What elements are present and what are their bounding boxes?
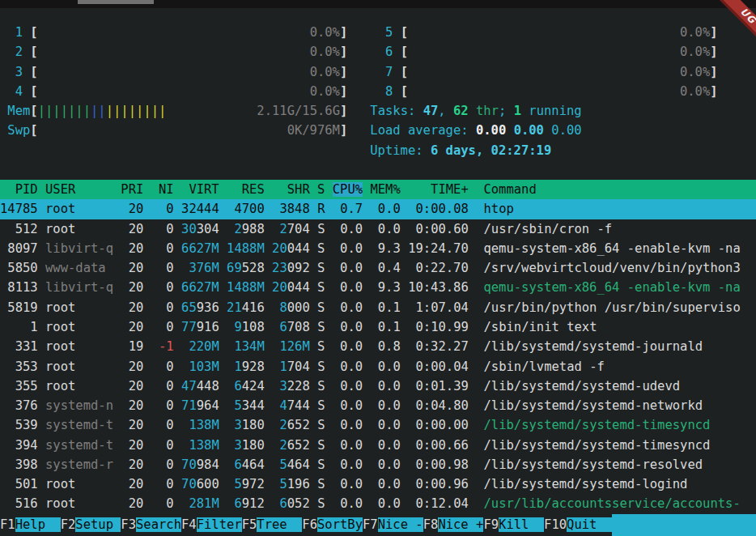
column-header-res[interactable]: RES <box>227 182 265 197</box>
cell-virt <box>181 339 189 354</box>
cell-time: 0:00.08 <box>408 202 469 216</box>
column-header-shr[interactable]: SHR <box>272 182 310 197</box>
fn-f1-button[interactable]: F1Help <box>0 514 61 536</box>
cell-virt: 30 <box>181 222 197 236</box>
cell-mem: 0.0 <box>370 457 400 472</box>
process-row[interactable]: 1 root 20 0 77916 9108 6708 S 0.0 0.1 0:… <box>0 317 756 337</box>
table-header-row: PID USER PRI NI VIRT RES SHR S CPU% MEM%… <box>0 180 756 199</box>
cell-shr: 708 <box>287 320 310 334</box>
tasks-summary: thr <box>469 104 499 118</box>
f5-label: F5 <box>242 517 257 532</box>
process-row[interactable]: 355 root 20 0 47448 6424 3228 S 0.0 0.0 … <box>0 376 756 396</box>
cell-ni: 0 <box>151 222 174 236</box>
cell-pid: 8113 <box>0 280 38 295</box>
cell-shr: 23 <box>272 261 287 275</box>
column-header-command[interactable]: Command <box>483 182 536 197</box>
fn-f6-button[interactable]: F6SortBy <box>302 514 363 536</box>
cell-shr: 052 <box>287 496 310 511</box>
column-header-virt[interactable]: VIRT <box>181 182 219 197</box>
cell-user: root <box>45 320 113 334</box>
fn-f2-button[interactable]: F2Setup <box>61 514 121 536</box>
cell-ni: 0 <box>151 300 174 315</box>
cell-virt: 70 <box>181 457 197 472</box>
cell-res: 3 <box>234 418 241 432</box>
column-header-time[interactable]: TIME+ <box>408 182 469 197</box>
process-row[interactable]: 394 systemd-t 20 0 138M 3180 2652 S 0.0 … <box>0 436 756 455</box>
cell-pid: 516 <box>0 496 38 511</box>
cell-res <box>227 379 234 393</box>
column-header-ni[interactable]: NI <box>151 182 174 197</box>
cpu-meter-value-8: 0.0% <box>680 84 710 99</box>
process-row[interactable]: 512 root 20 0 30304 2988 2704 S 0.0 0.0 … <box>0 219 756 239</box>
process-row[interactable]: 5850 www-data 20 0 376M 69528 23092 S 0.… <box>0 258 756 278</box>
process-row[interactable]: 5819 root 20 0 65936 21416 8000 S 0.0 0.… <box>0 298 756 317</box>
cell-mem: 0.0 <box>370 222 400 236</box>
cell-virt: 47 <box>181 379 197 393</box>
window-titlebar <box>0 0 756 8</box>
cell-mem: 0.1 <box>370 300 400 315</box>
cell-shr: 2 <box>279 438 287 453</box>
cell-command: qemu-system-x86_64 -enable-kvm -na <box>483 280 740 295</box>
cell-virt: 32 <box>181 202 197 216</box>
process-row[interactable]: 14785 root 20 0 32444 4700 3848 R 0.7 0.… <box>0 199 756 219</box>
process-row[interactable]: 376 systemd-n 20 0 71964 5344 4744 S 0.0… <box>0 396 756 415</box>
process-row[interactable]: 501 root 20 0 70600 5972 5196 S 0.0 0.0 … <box>0 474 756 494</box>
cell-shr: 044 <box>287 241 310 256</box>
cell-mem: 0.0 <box>370 202 400 216</box>
cell-time: 0:32.27 <box>408 339 469 354</box>
cell-ni: 0 <box>151 359 174 374</box>
fn-f4-button[interactable]: F4Filter <box>181 514 242 536</box>
column-header-pid[interactable]: PID <box>0 182 38 197</box>
swap-meter-row: Swp[ 0K/976M] Load average: 0.00 0.00 0.… <box>0 121 756 140</box>
process-row[interactable]: 8113 libvirt-q 20 0 6627M 1488M 20044 S … <box>0 278 756 297</box>
column-header-mem[interactable]: MEM% <box>370 182 400 197</box>
cell-pri: 20 <box>121 261 143 275</box>
cell-shr: 652 <box>287 418 310 432</box>
tasks-summary: running <box>521 104 582 118</box>
cell-pid: 353 <box>0 359 38 374</box>
cell-virt: 448 <box>197 379 219 393</box>
fn-f9-button[interactable]: F9Kill <box>483 514 544 536</box>
tasks-summary: Tasks: <box>370 104 423 118</box>
cell-cpu: 0.0 <box>333 457 363 472</box>
cpu-meter-label-1: 1 <box>0 25 30 40</box>
f4-action-label: Filter <box>197 517 242 532</box>
fn-f3-button[interactable]: F3Search <box>121 514 181 536</box>
process-row[interactable]: 8097 libvirt-q 20 0 6627M 1488M 20044 S … <box>0 239 756 258</box>
cell-res: 9 <box>234 320 241 334</box>
cell-res: 424 <box>242 379 265 393</box>
cell-res <box>227 496 234 511</box>
fn-f7-button[interactable]: F7Nice - <box>363 514 423 536</box>
column-header-cpu[interactable]: CPU% <box>333 182 363 197</box>
cell-pid: 394 <box>0 438 38 453</box>
cell-virt: 138M <box>189 438 219 453</box>
memory-meter-value: 2.11G/15.6G <box>257 104 340 118</box>
process-row[interactable]: 516 root 20 0 281M 6912 6052 S 0.0 0.0 0… <box>0 494 756 513</box>
cell-res: 108 <box>242 320 265 334</box>
fn-f10-button[interactable]: F10Quit <box>544 514 612 536</box>
cell-virt: 65 <box>181 300 197 315</box>
cell-pri: 20 <box>121 300 143 315</box>
htop-terminal: 1 [ 0.0%] 5 [ 0.0%] 2 [ 0.0%] 6 [ 0.0%] … <box>0 8 756 536</box>
cell-res <box>227 320 234 334</box>
process-row[interactable]: 353 root 20 0 103M 1928 1704 S 0.0 0.0 0… <box>0 357 756 376</box>
fn-f5-button[interactable]: F5Tree <box>242 514 303 536</box>
process-row[interactable]: 331 root 19 -1 220M 134M 126M S 0.0 0.8 … <box>0 337 756 356</box>
column-header-user[interactable]: USER <box>45 182 113 197</box>
column-header-pri[interactable]: PRI <box>121 182 143 197</box>
process-row[interactable]: 398 systemd-r 20 0 70984 6464 5464 S 0.0… <box>0 455 756 474</box>
cell-pri: 19 <box>121 339 143 354</box>
fn-f8-button[interactable]: F8Nice + <box>423 514 484 536</box>
memory-buffer-pipes: || <box>91 104 106 118</box>
cell-command: /lib/systemd/systemd-logind <box>483 477 687 491</box>
f1-label: F1 <box>0 517 15 532</box>
cell-time: 0:01.39 <box>408 379 469 393</box>
cell-virt: 936 <box>197 300 219 315</box>
process-row[interactable]: 539 systemd-t 20 0 138M 3180 2652 S 0.0 … <box>0 415 756 435</box>
cell-time: 10:43.86 <box>408 280 469 295</box>
cell-cpu: 0.0 <box>333 280 363 295</box>
f2-action-label: Setup <box>75 517 121 532</box>
cell-ni: 0 <box>151 496 174 511</box>
cell-command: htop <box>483 202 513 216</box>
titlebar-tab[interactable] <box>78 0 154 4</box>
